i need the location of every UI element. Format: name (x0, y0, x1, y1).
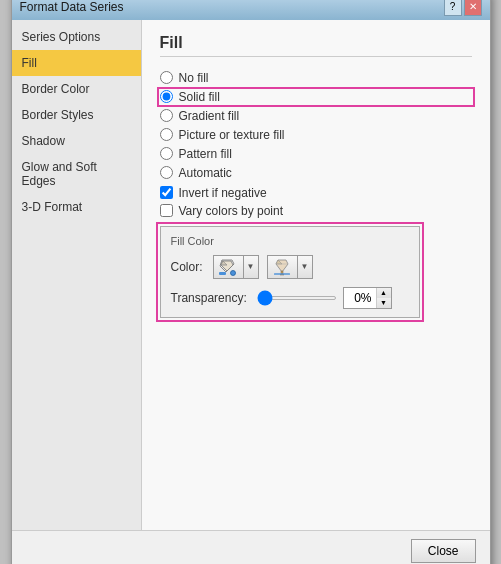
color-button-1[interactable]: ▼ (213, 255, 259, 279)
spinner-up-button[interactable]: ▲ (377, 288, 391, 298)
fill-options-group: No fill Solid fill Gradient fill Picture… (160, 71, 472, 180)
svg-rect-8 (274, 273, 290, 275)
close-button[interactable]: Close (411, 539, 476, 563)
vary-colors-checkbox[interactable] (160, 204, 173, 217)
section-title: Fill (160, 34, 472, 57)
invert-negative-option[interactable]: Invert if negative (160, 186, 472, 200)
color-button-2[interactable]: ▼ (267, 255, 313, 279)
pattern-fill-option[interactable]: Pattern fill (160, 147, 472, 161)
spinner-down-button[interactable]: ▼ (377, 298, 391, 308)
transparency-slider[interactable] (257, 296, 337, 300)
sidebar-item-border-styles[interactable]: Border Styles (12, 102, 141, 128)
color-btn-main-1 (214, 256, 244, 278)
no-fill-radio[interactable] (160, 71, 173, 84)
sidebar-item-shadow[interactable]: Shadow (12, 128, 141, 154)
dialog-body: Series Options Fill Border Color Border … (12, 20, 490, 530)
gradient-fill-option[interactable]: Gradient fill (160, 109, 472, 123)
svg-point-5 (231, 270, 236, 275)
color-text-label: Color: (171, 260, 207, 274)
transparency-label: Transparency: (171, 291, 251, 305)
dialog-footer: Close (12, 530, 490, 565)
color-row: Color: (171, 255, 409, 279)
color-btn-main-2 (268, 256, 298, 278)
transparency-row: Transparency: ▲ ▼ (171, 287, 409, 309)
sidebar-item-3d-format[interactable]: 3-D Format (12, 194, 141, 220)
help-button[interactable]: ? (444, 0, 462, 16)
transparency-value-input[interactable] (344, 289, 376, 307)
fill-color-label: Fill Color (171, 235, 409, 247)
sidebar-item-glow-soft-edges[interactable]: Glow and Soft Edges (12, 154, 141, 194)
spinner-arrows: ▲ ▼ (376, 288, 391, 308)
dialog-title: Format Data Series (20, 0, 124, 14)
solid-fill-radio[interactable] (160, 90, 173, 103)
no-fill-option[interactable]: No fill (160, 71, 472, 85)
title-bar: Format Data Series ? ✕ (12, 0, 490, 20)
paint-fill-icon-2 (272, 258, 292, 276)
paint-bucket-icon-1 (218, 258, 238, 276)
svg-rect-3 (219, 272, 226, 275)
picture-texture-fill-option[interactable]: Picture or texture fill (160, 128, 472, 142)
window-close-button[interactable]: ✕ (464, 0, 482, 16)
sidebar-item-border-color[interactable]: Border Color (12, 76, 141, 102)
fill-color-section: Fill Color Color: (160, 226, 420, 318)
automatic-option[interactable]: Automatic (160, 166, 472, 180)
automatic-radio[interactable] (160, 166, 173, 179)
vary-colors-option[interactable]: Vary colors by point (160, 204, 472, 218)
title-bar-buttons: ? ✕ (444, 0, 482, 16)
main-content: Fill No fill Solid fill Gradient fill (142, 20, 490, 530)
format-data-series-dialog: Format Data Series ? ✕ Series Options Fi… (11, 0, 491, 564)
sidebar-item-fill[interactable]: Fill (12, 50, 141, 76)
picture-texture-fill-radio[interactable] (160, 128, 173, 141)
color-btn-arrow-1[interactable]: ▼ (244, 256, 258, 278)
pattern-fill-radio[interactable] (160, 147, 173, 160)
sidebar: Series Options Fill Border Color Border … (12, 20, 142, 530)
invert-negative-checkbox[interactable] (160, 186, 173, 199)
slider-container (257, 296, 337, 300)
gradient-fill-radio[interactable] (160, 109, 173, 122)
color-btn-arrow-2[interactable]: ▼ (298, 256, 312, 278)
sidebar-item-series-options[interactable]: Series Options (12, 24, 141, 50)
transparency-spinner: ▲ ▼ (343, 287, 392, 309)
solid-fill-option[interactable]: Solid fill (160, 90, 472, 104)
